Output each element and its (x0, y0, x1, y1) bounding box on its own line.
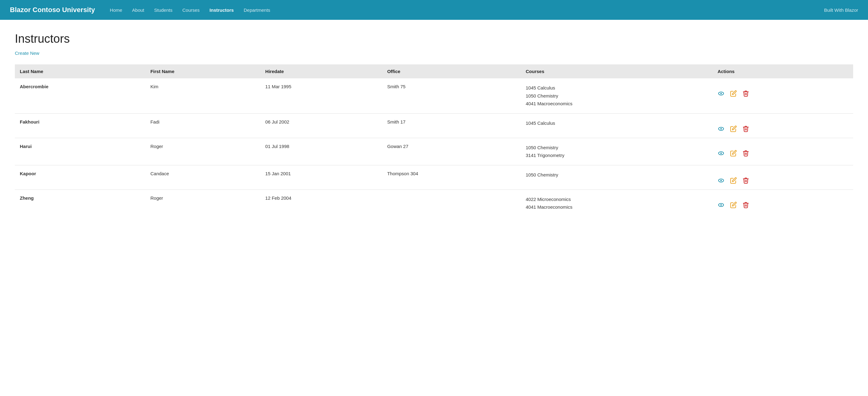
delete-button[interactable] (742, 150, 749, 157)
delete-icon (742, 90, 749, 97)
table-row: ZhengRoger12 Feb 20044022 Microeconomics… (15, 190, 853, 217)
col-header-actions: Actions (713, 64, 853, 78)
view-button[interactable] (718, 202, 724, 208)
edit-button[interactable] (730, 150, 737, 157)
nav-link-students[interactable]: Students (154, 7, 172, 13)
delete-button[interactable] (742, 177, 749, 184)
eye-icon (718, 90, 724, 97)
course-item: 1045 Calculus (526, 84, 708, 92)
table-row: FakhouriFadi06 Jul 2002Smith 171045 Calc… (15, 113, 853, 138)
cell-courses: 1045 Calculus (521, 113, 712, 138)
nav-link-instructors[interactable]: Instructors (210, 7, 234, 13)
cell-actions (713, 113, 853, 138)
cell-actions (713, 165, 853, 190)
svg-point-7 (720, 179, 722, 181)
svg-point-5 (720, 152, 722, 154)
course-item: 3141 Trigonometry (526, 151, 708, 160)
nav-link-departments[interactable]: Departments (244, 7, 270, 13)
col-header-last-name: Last Name (15, 64, 145, 78)
cell-first-name: Fadi (145, 113, 260, 138)
cell-hiredate: 15 Jan 2001 (260, 165, 382, 190)
svg-point-9 (720, 204, 722, 205)
cell-last-name: Zheng (15, 190, 145, 217)
course-item: 1050 Chemistry (526, 92, 708, 100)
cell-first-name: Roger (145, 190, 260, 217)
edit-icon (730, 125, 737, 132)
nav-right-text: Built With Blazor (824, 7, 858, 13)
svg-point-1 (720, 93, 722, 94)
cell-first-name: Candace (145, 165, 260, 190)
nav-link-home[interactable]: Home (110, 7, 122, 13)
delete-button[interactable] (742, 90, 749, 97)
eye-icon (718, 125, 724, 132)
eye-icon (718, 150, 724, 157)
top-nav: Blazor Contoso University HomeAboutStude… (0, 0, 868, 20)
create-new-link[interactable]: Create New (15, 51, 39, 56)
cell-office: Smith 17 (382, 113, 521, 138)
delete-icon (742, 202, 749, 208)
cell-actions (713, 138, 853, 165)
edit-button[interactable] (730, 202, 737, 208)
cell-hiredate: 12 Feb 2004 (260, 190, 382, 217)
cell-office: Smith 75 (382, 78, 521, 113)
cell-courses: 1050 Chemistry3141 Trigonometry (521, 138, 712, 165)
table-header: Last NameFirst NameHiredateOfficeCourses… (15, 64, 853, 78)
cell-office: Gowan 27 (382, 138, 521, 165)
course-item: 4041 Macroeconomics (526, 203, 708, 211)
nav-links: HomeAboutStudentsCoursesInstructorsDepar… (110, 7, 824, 13)
col-header-courses: Courses (521, 64, 712, 78)
edit-button[interactable] (730, 90, 737, 97)
cell-last-name: Fakhouri (15, 113, 145, 138)
cell-office: Thompson 304 (382, 165, 521, 190)
course-item: 1050 Chemistry (526, 171, 708, 179)
course-item: 4041 Macroeconomics (526, 100, 708, 108)
view-button[interactable] (718, 177, 724, 184)
edit-icon (730, 150, 737, 157)
delete-button[interactable] (742, 202, 749, 208)
edit-icon (730, 90, 737, 97)
cell-office (382, 190, 521, 217)
delete-icon (742, 125, 749, 132)
course-item: 4022 Microeconomics (526, 195, 708, 203)
cell-hiredate: 06 Jul 2002 (260, 113, 382, 138)
cell-courses: 1050 Chemistry (521, 165, 712, 190)
view-button[interactable] (718, 150, 724, 157)
cell-first-name: Kim (145, 78, 260, 113)
col-header-office: Office (382, 64, 521, 78)
table-row: AbercrombieKim11 Mar 1995Smith 751045 Ca… (15, 78, 853, 113)
course-item: 1050 Chemistry (526, 144, 708, 152)
course-item: 1045 Calculus (526, 119, 708, 127)
instructors-table: Last NameFirst NameHiredateOfficeCourses… (15, 64, 853, 217)
cell-last-name: Abercrombie (15, 78, 145, 113)
table-body: AbercrombieKim11 Mar 1995Smith 751045 Ca… (15, 78, 853, 217)
delete-button[interactable] (742, 125, 749, 132)
eye-icon (718, 202, 724, 208)
page-title: Instructors (15, 32, 853, 46)
eye-icon (718, 177, 724, 184)
cell-actions (713, 78, 853, 113)
edit-icon (730, 177, 737, 184)
view-button[interactable] (718, 90, 724, 97)
cell-hiredate: 01 Jul 1998 (260, 138, 382, 165)
cell-courses: 4022 Microeconomics4041 Macroeconomics (521, 190, 712, 217)
col-header-hiredate: Hiredate (260, 64, 382, 78)
view-button[interactable] (718, 125, 724, 132)
table-row: HaruiRoger01 Jul 1998Gowan 271050 Chemis… (15, 138, 853, 165)
nav-link-about[interactable]: About (132, 7, 144, 13)
svg-point-3 (720, 128, 722, 130)
cell-hiredate: 11 Mar 1995 (260, 78, 382, 113)
page-content: Instructors Create New Last NameFirst Na… (0, 20, 868, 229)
cell-courses: 1045 Calculus1050 Chemistry4041 Macroeco… (521, 78, 712, 113)
delete-icon (742, 150, 749, 157)
col-header-first-name: First Name (145, 64, 260, 78)
delete-icon (742, 177, 749, 184)
nav-link-courses[interactable]: Courses (182, 7, 199, 13)
edit-button[interactable] (730, 177, 737, 184)
header-row: Last NameFirst NameHiredateOfficeCourses… (15, 64, 853, 78)
edit-icon (730, 202, 737, 208)
nav-brand: Blazor Contoso University (10, 6, 95, 14)
cell-last-name: Kapoor (15, 165, 145, 190)
edit-button[interactable] (730, 125, 737, 132)
cell-actions (713, 190, 853, 217)
cell-last-name: Harui (15, 138, 145, 165)
